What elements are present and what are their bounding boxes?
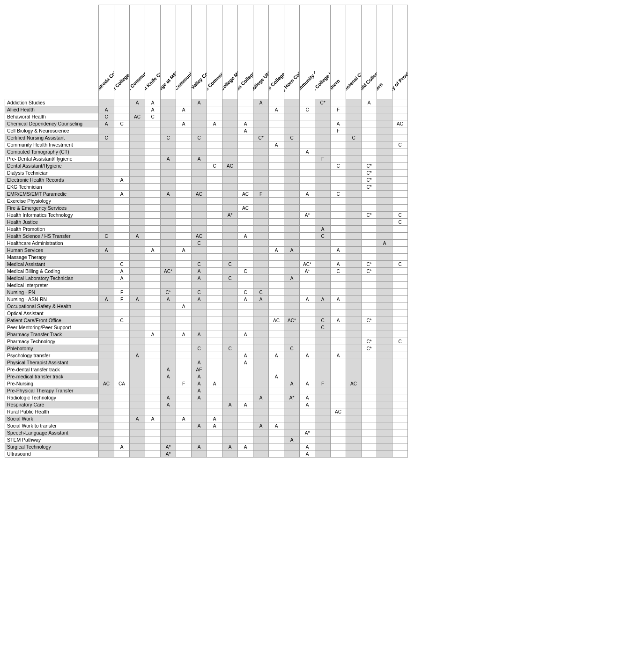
program-college-table: Aaniiih Nakoda CollegeBitterroot College… [5, 5, 408, 458]
data-cell [130, 191, 145, 198]
data-cell [284, 408, 300, 415]
data-cell: A [284, 275, 300, 282]
data-cell [161, 408, 176, 415]
data-cell: A [222, 401, 238, 408]
data-cell [284, 282, 300, 289]
data-cell [315, 205, 331, 212]
data-cell [161, 113, 176, 120]
data-cell [176, 268, 192, 275]
data-cell [346, 99, 362, 106]
data-cell [176, 155, 192, 162]
data-cell [346, 394, 362, 401]
data-cell [238, 408, 253, 415]
data-cell [269, 127, 284, 134]
data-cell [331, 141, 346, 148]
program-label: Psychology transfer [5, 352, 99, 359]
data-cell [176, 205, 192, 212]
data-cell [130, 205, 145, 212]
data-cell [145, 254, 161, 261]
data-cell: A [161, 191, 176, 198]
data-cell [392, 289, 408, 296]
program-label: Nursing - PN [5, 289, 99, 296]
data-cell: A [269, 373, 284, 380]
data-cell [377, 401, 392, 408]
data-cell [300, 177, 315, 184]
data-cell: C [315, 233, 331, 240]
data-cell [284, 99, 300, 106]
data-cell [161, 275, 176, 282]
data-cell [253, 247, 269, 254]
data-cell: C [222, 275, 238, 282]
data-cell [130, 106, 145, 113]
data-cell [161, 317, 176, 324]
data-cell [130, 359, 145, 366]
data-cell [392, 401, 408, 408]
data-cell [362, 422, 377, 429]
data-cell [114, 226, 130, 233]
data-cell: A [192, 99, 207, 106]
data-cell [253, 352, 269, 359]
data-cell [392, 177, 408, 184]
data-cell [315, 450, 331, 458]
data-cell [145, 380, 161, 387]
data-cell: A [331, 296, 346, 303]
data-cell [222, 177, 238, 184]
data-cell [284, 184, 300, 191]
table-row: Certified Nursing AssistantCCCC*CC [5, 134, 408, 141]
data-cell [114, 387, 130, 394]
data-cell [145, 429, 161, 436]
data-cell [130, 177, 145, 184]
data-cell [377, 443, 392, 450]
table-row: PhlebotomyCCCC* [5, 345, 408, 352]
data-cell [222, 184, 238, 191]
program-label: EKG Technician [5, 184, 99, 191]
data-cell [238, 317, 253, 324]
data-cell [300, 170, 315, 177]
data-cell [222, 106, 238, 113]
data-cell [161, 359, 176, 366]
data-cell [253, 261, 269, 268]
data-cell [269, 366, 284, 373]
data-cell [176, 436, 192, 443]
data-cell [346, 184, 362, 191]
data-cell: A [161, 155, 176, 162]
college-label: Miles Community College [300, 59, 315, 99]
data-cell [114, 366, 130, 373]
data-cell [300, 198, 315, 205]
data-cell [130, 338, 145, 345]
data-cell: A [300, 380, 315, 387]
data-cell [269, 155, 284, 162]
data-cell [284, 324, 300, 331]
table-row: Allied HealthAAAACF [5, 106, 408, 113]
data-cell [269, 212, 284, 219]
data-cell [377, 120, 392, 127]
data-cell [207, 275, 222, 282]
data-cell: C* [362, 212, 377, 219]
data-cell [130, 450, 145, 458]
data-cell: C [238, 289, 253, 296]
data-cell: C [331, 268, 346, 275]
data-cell [284, 401, 300, 408]
data-cell [238, 106, 253, 113]
data-cell [300, 387, 315, 394]
table-row: Nursing - ASN-RNAFAAAAAAAA [5, 296, 408, 303]
data-cell [315, 162, 331, 170]
data-cell: A [207, 422, 222, 429]
data-cell [377, 148, 392, 155]
data-cell [346, 429, 362, 436]
data-cell [377, 212, 392, 219]
data-cell [253, 212, 269, 219]
data-cell [253, 331, 269, 338]
data-cell [377, 324, 392, 331]
data-cell [222, 113, 238, 120]
data-cell [346, 422, 362, 429]
college-header-16: Salish Kootenai College [346, 5, 362, 99]
data-cell [130, 240, 145, 247]
data-cell [222, 226, 238, 233]
data-cell [331, 436, 346, 443]
data-cell [222, 331, 238, 338]
program-label: Phlebotomy [5, 345, 99, 352]
data-cell [300, 127, 315, 134]
data-cell [176, 443, 192, 450]
data-cell [346, 212, 362, 219]
